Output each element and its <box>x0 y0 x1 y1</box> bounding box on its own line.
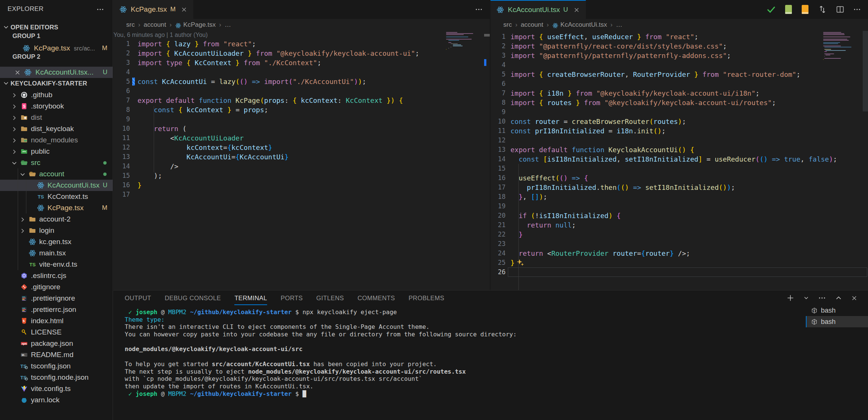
editor-content-1[interactable]: You, 6 minutes ago | 1 author (You) 1imp… <box>113 31 490 290</box>
tree-item-package-json[interactable]: npmpackage.json <box>0 338 113 349</box>
code-line[interactable]: 10const router = createBrowserRouter(rou… <box>491 117 868 126</box>
tree-item-kcaccountui-tsx[interactable]: KcAccountUi.tsxU <box>0 180 113 191</box>
code-line[interactable]: 25} <box>491 258 868 267</box>
tree-item-kcpage-tsx[interactable]: KcPage.tsxM <box>0 202 113 214</box>
copilot-sparkle-icon[interactable] <box>516 259 524 267</box>
breadcrumb-segment[interactable]: KcPage.tsx <box>183 21 216 29</box>
code-line[interactable]: 6 <box>113 86 490 96</box>
tree-item-dist[interactable]: dist <box>0 112 113 123</box>
breadcrumb-segment[interactable]: src <box>126 21 135 29</box>
tree-item-kccontext-ts[interactable]: TSKcContext.ts <box>0 191 113 202</box>
more-actions-icon[interactable] <box>475 5 483 14</box>
code-line[interactable]: 1import { lazy } from "react"; <box>113 39 490 49</box>
code-line[interactable]: 16 useEffect(() => { <box>491 173 868 183</box>
code-line[interactable]: 24 return <RouterProvider router={router… <box>491 249 868 258</box>
tree-item-index-html[interactable]: 5index.html <box>0 315 113 327</box>
code-line[interactable]: 8 const { kcContext } = props; <box>113 105 490 115</box>
panel-more-icon[interactable] <box>818 294 826 302</box>
panel-tab-terminal[interactable]: TERMINAL <box>234 291 267 305</box>
tree-item--github[interactable]: .github <box>0 89 113 101</box>
terminal-instance-bash[interactable]: $bash <box>806 305 868 316</box>
open-editor-item-kcaccountui-tsx-[interactable]: KcAccountUi.tsx...U <box>0 67 113 78</box>
code-line[interactable]: 20 if (!isI18nInitialized) { <box>491 211 868 220</box>
code-line[interactable]: 5import { createBrowserRouter, RouterPro… <box>491 70 868 79</box>
orange-book-icon[interactable] <box>801 5 809 14</box>
code-line[interactable]: 11 <KcAccountUiLoader <box>113 133 490 143</box>
code-line[interactable]: 17 <box>113 190 490 199</box>
terminal-output[interactable]: ✓ joseph @ MBPM2 ~/github/keycloakify-st… <box>125 309 799 397</box>
panel-tab-output[interactable]: OUTPUT <box>125 291 151 305</box>
tree-item-public[interactable]: public <box>0 146 113 157</box>
tree-item--gitignore[interactable]: .gitignore <box>0 281 113 293</box>
code-line[interactable]: 4 <box>491 60 868 70</box>
code-line[interactable]: 5const KcAccountUi = lazy(() => import("… <box>113 77 490 86</box>
check-icon[interactable] <box>766 5 776 14</box>
tree-item-vite-config-ts[interactable]: vite.config.ts <box>0 383 113 394</box>
tree-item--storybook[interactable]: S.storybook <box>0 101 113 112</box>
tab-kcpage[interactable]: KcPage.tsx M <box>113 0 193 19</box>
breadcrumb-segment[interactable]: … <box>616 21 622 29</box>
code-line[interactable]: 14 /> <box>113 162 490 171</box>
maximize-panel-icon[interactable] <box>835 295 842 301</box>
code-line[interactable]: 12 kcContext={kcContext} <box>113 143 490 152</box>
close-icon[interactable] <box>573 7 580 13</box>
workspace-header[interactable]: KEYCLOAKIFY-STARTER <box>0 78 113 89</box>
minimap[interactable] <box>446 32 475 51</box>
code-line[interactable]: 7export default function KcPage(props: {… <box>113 96 490 105</box>
tree-item-node-modules[interactable]: node_modules <box>0 134 113 146</box>
tree-item-login[interactable]: login <box>0 225 113 236</box>
tree-item-src[interactable]: src <box>0 157 113 168</box>
code-line[interactable]: 17 prI18nInitialized.then(() => setI18nI… <box>491 183 868 192</box>
tree-item-main-tsx[interactable]: main.tsx <box>0 247 113 259</box>
code-line[interactable]: 7import { i18n } from "@keycloakify/keyc… <box>491 89 868 98</box>
panel-tab-debug-console[interactable]: DEBUG CONSOLE <box>165 291 221 305</box>
compare-changes-icon[interactable] <box>818 5 827 14</box>
split-editor-icon[interactable] <box>836 5 845 14</box>
code-line[interactable]: 12 <box>491 136 868 145</box>
code-line[interactable]: 19 <box>491 202 868 211</box>
breadcrumb-segment[interactable]: src <box>503 21 512 29</box>
open-editor-item-kcpage-tsx[interactable]: KcPage.tsxsrc/ac...M <box>0 43 113 54</box>
code-line[interactable]: 9 <box>491 107 868 117</box>
green-book-icon[interactable] <box>784 5 793 14</box>
panel-tab-gitlens[interactable]: GITLENS <box>316 291 344 305</box>
code-line[interactable]: 23 <box>491 239 868 249</box>
tree-item--prettierrc-json[interactable]: .prettierrc.json <box>0 304 113 315</box>
code-line[interactable]: 11const prI18nInitialized = i18n.init(); <box>491 126 868 136</box>
code-line[interactable]: 8import { routes } from "@keycloakify/ke… <box>491 98 868 107</box>
code-line[interactable]: 9 <box>113 115 490 124</box>
code-line[interactable]: 3import type { KcContext } from "./KcCon… <box>113 58 490 67</box>
tree-item--eslintrc-cjs[interactable]: .eslintrc.cjs <box>0 270 113 281</box>
tree-item-license[interactable]: LICENSE <box>0 327 113 338</box>
tree-item-dist-keycloak[interactable]: dist_keycloak <box>0 123 113 134</box>
scrollbar-thumb[interactable] <box>863 31 868 111</box>
code-line[interactable]: 13export default function KeycloakAccoun… <box>491 145 868 154</box>
code-line[interactable]: 26 <box>491 267 868 277</box>
minimap[interactable] <box>823 32 852 61</box>
code-line[interactable]: 13 KcAccountUi={KcAccountUi} <box>113 152 490 162</box>
breadcrumb-segment[interactable]: … <box>225 21 231 29</box>
tree-item-vite-env-d-ts[interactable]: TSvite-env.d.ts <box>0 259 113 270</box>
code-line[interactable]: 2import "@patternfly/react-core/dist/sty… <box>491 41 868 51</box>
close-icon[interactable] <box>14 69 21 76</box>
panel-tab-comments[interactable]: COMMENTS <box>358 291 395 305</box>
code-line[interactable]: 22 } <box>491 230 868 239</box>
close-icon[interactable] <box>181 6 187 13</box>
panel-tab-problems[interactable]: PROBLEMS <box>408 291 444 305</box>
code-line[interactable]: 15 <box>491 164 868 173</box>
scrollbar-thumb[interactable] <box>484 34 490 37</box>
code-line[interactable]: 3import "@patternfly/patternfly/patternf… <box>491 51 868 60</box>
tab-kcaccountui[interactable]: KcAccountUi.tsx U <box>491 0 586 19</box>
tree-item--prettierignore[interactable]: .prettierignore <box>0 293 113 304</box>
tree-item-kc-gen-tsx[interactable]: kc.gen.tsx <box>0 236 113 247</box>
breadcrumb-segment[interactable]: account <box>144 21 166 29</box>
code-line[interactable]: 15 ); <box>113 171 490 180</box>
tree-item-account[interactable]: account <box>0 168 113 180</box>
terminal-dropdown-icon[interactable] <box>804 295 809 301</box>
panel-tab-ports[interactable]: PORTS <box>281 291 303 305</box>
breadcrumb-segment[interactable]: account <box>521 21 543 29</box>
editor-content-2[interactable]: 1import { useEffect, useReducer } from "… <box>491 31 868 290</box>
terminal-instance-bash[interactable]: $bash <box>806 316 868 327</box>
open-editors-header[interactable]: OPEN EDITORS <box>0 22 113 32</box>
code-line[interactable]: 21 return null; <box>491 220 868 230</box>
